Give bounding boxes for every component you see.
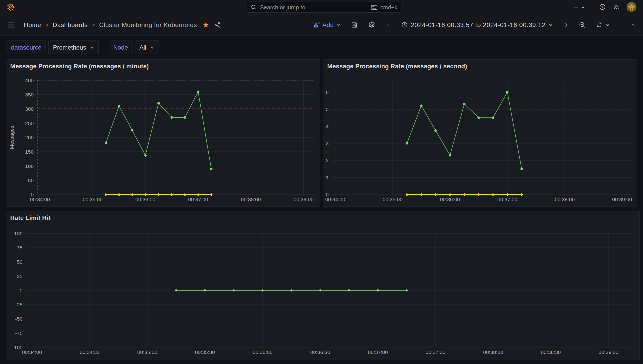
series-point	[171, 116, 173, 118]
y-axis-label: 75	[17, 245, 22, 250]
series-point	[520, 194, 523, 196]
series-point	[520, 168, 523, 170]
series-point	[118, 194, 120, 196]
y-axis-label: 150	[25, 149, 34, 155]
news-rss-icon[interactable]	[613, 3, 620, 11]
x-axis-label: 00:37:00	[497, 196, 517, 202]
dashboard-toolbar: Home Dashboards Cluster Monitoring for K…	[0, 14, 643, 36]
node-label[interactable]: Node	[109, 41, 132, 54]
y-axis-label: 200	[25, 135, 34, 140]
y-axis-label: 0	[31, 192, 34, 198]
refresh-button[interactable]	[596, 21, 610, 28]
zoom-out-icon[interactable]	[579, 21, 586, 28]
panel-title[interactable]: Message Processing Rate (messages / minu…	[10, 63, 149, 70]
series-point	[144, 154, 147, 156]
refresh-icon	[596, 21, 603, 28]
breadcrumb-home[interactable]: Home	[24, 21, 41, 28]
user-avatar[interactable]	[627, 2, 636, 12]
y-axis-label: 25	[17, 273, 22, 279]
y-axis-label: 50	[28, 178, 34, 183]
chevron-down-icon	[605, 22, 610, 27]
plus-icon	[573, 4, 579, 10]
panel-message-rate-minute: Message Processing Rate (messages / minu…	[7, 60, 319, 207]
search-icon	[251, 4, 257, 10]
variable-filters: datasource Prometheus Node All	[0, 36, 643, 54]
menu-icon[interactable]	[7, 20, 16, 29]
series-point	[478, 194, 480, 196]
y-axis-label: 1	[326, 175, 329, 180]
series-point	[406, 194, 408, 196]
series-point	[449, 154, 451, 156]
chevron-down-icon	[581, 5, 585, 9]
search-input[interactable]: Search or jump to... cmd+k	[246, 2, 402, 13]
y-axis-label: 50	[17, 259, 22, 265]
y-axis-label: -25	[15, 302, 23, 308]
top-right-actions: ?	[573, 2, 636, 12]
y-axis-label: 4	[326, 124, 329, 129]
grafana-app: Search or jump to... cmd+k ?	[0, 0, 643, 364]
time-range-label: 2024-01-16 00:33:57 to 2024-01-16 00:39:…	[411, 21, 545, 28]
top-nav: Search or jump to... cmd+k ?	[0, 0, 643, 14]
panel-rate-limit-hit: Rate Limit Hit 00:34:0000:34:3000:35:000…	[7, 211, 640, 360]
search-placeholder: Search or jump to...	[260, 4, 368, 10]
add-button[interactable]: Add	[313, 21, 341, 28]
save-icon[interactable]	[351, 21, 358, 28]
x-axis-label: 00:38:00	[241, 196, 261, 202]
series-point	[197, 90, 199, 93]
datasource-select[interactable]: Prometheus	[49, 41, 99, 54]
time-range-picker[interactable]: 2024-01-16 00:33:57 to 2024-01-16 00:39:…	[401, 21, 553, 28]
panel-title[interactable]: Message Processing Rate (messages / seco…	[327, 63, 467, 70]
y-axis-label: 0	[326, 192, 329, 198]
timeseries-chart[interactable]: 00:34:0000:35:0000:36:0000:37:0000:38:00…	[324, 60, 638, 206]
series-point	[184, 194, 186, 196]
help-icon[interactable]: ?	[599, 3, 606, 11]
keyboard-icon	[371, 4, 378, 10]
node-value: All	[139, 44, 146, 51]
series-point	[463, 103, 466, 105]
timeseries-chart[interactable]: 00:34:0000:34:3000:35:0000:35:3000:36:00…	[7, 211, 639, 360]
chevron-down-icon	[548, 22, 553, 27]
time-back-icon[interactable]	[385, 22, 391, 28]
x-axis-label: 00:34:30	[80, 349, 99, 355]
series-point	[157, 194, 160, 196]
datasource-label[interactable]: datasource	[7, 41, 46, 54]
y-axis-label: 0	[20, 288, 23, 294]
svg-text:?: ?	[601, 5, 603, 9]
divider	[620, 21, 620, 28]
y-axis-label: 5	[326, 106, 329, 112]
series-point	[377, 289, 379, 292]
series-point	[184, 116, 186, 118]
series-point	[449, 194, 451, 196]
y-axis-title: Messages	[9, 126, 15, 149]
node-select[interactable]: All	[135, 41, 159, 54]
x-axis-label: 00:37:30	[425, 349, 445, 355]
timeseries-chart[interactable]: 00:34:0000:35:0000:36:0000:37:0000:38:00…	[7, 60, 321, 206]
x-axis-label: 00:39:00	[612, 196, 632, 202]
series-point	[435, 194, 437, 196]
series-point	[463, 194, 466, 196]
breadcrumb-dashboards[interactable]: Dashboards	[53, 21, 88, 28]
favorite-star-icon[interactable]	[202, 22, 209, 28]
series-point	[492, 116, 494, 119]
series-point	[506, 194, 508, 196]
x-axis-label: 00:35:00	[382, 196, 402, 202]
collapse-caret-up-icon[interactable]	[630, 22, 636, 28]
share-icon[interactable]	[215, 21, 221, 28]
panel-title[interactable]: Rate Limit Hit	[10, 214, 51, 221]
x-axis-label: 00:34:00	[22, 349, 42, 355]
toolbar-actions: Add 2024-01-16 00:33:57 to 2024-01-16 00	[313, 21, 636, 29]
x-axis-label: 00:37:00	[368, 349, 388, 355]
y-axis-label: 6	[326, 89, 329, 95]
add-label: Add	[322, 21, 334, 28]
series-point	[204, 289, 206, 292]
series-point	[105, 142, 107, 144]
new-button[interactable]	[573, 4, 585, 10]
x-axis-label: 00:36:00	[440, 196, 460, 202]
grafana-logo-icon[interactable]	[7, 3, 15, 12]
series-point	[210, 194, 212, 196]
settings-gear-icon[interactable]	[368, 21, 376, 29]
time-forward-icon[interactable]	[563, 22, 569, 28]
series-point	[506, 91, 509, 93]
chevron-right-icon	[91, 22, 96, 28]
x-axis-label: 00:38:00	[555, 196, 575, 202]
